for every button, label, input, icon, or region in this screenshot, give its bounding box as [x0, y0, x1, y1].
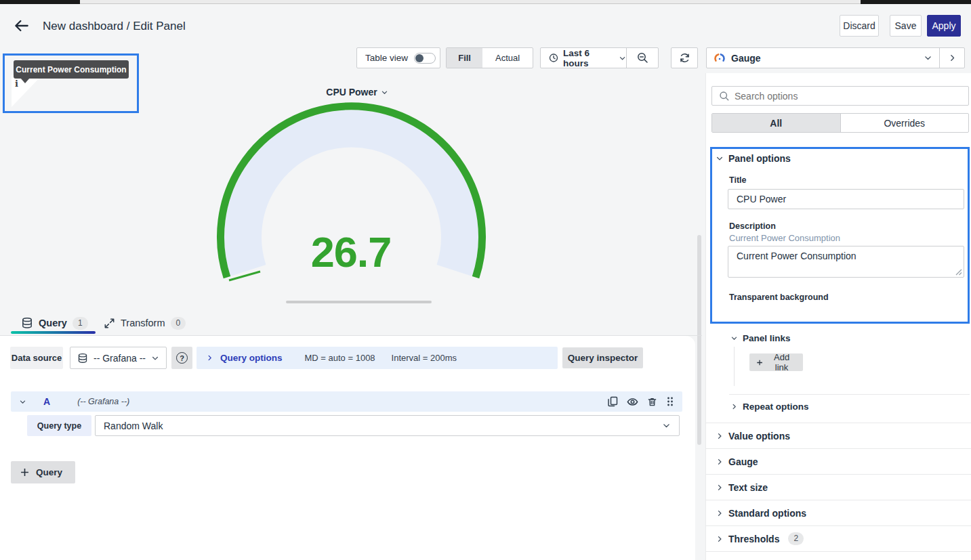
visualization-picker: Gauge [706, 47, 965, 68]
category-label: Thresholds [728, 534, 779, 544]
database-icon [77, 353, 88, 364]
chevron-right-icon [716, 509, 724, 517]
tab-query[interactable]: Query 1 [21, 314, 88, 332]
category-value-options[interactable]: Value options [705, 423, 971, 449]
chevron-down-icon [19, 398, 26, 406]
datasource-help-button[interactable]: ? [171, 347, 192, 369]
toggle-knob [415, 54, 423, 62]
category-label: Value options [728, 431, 790, 441]
viz-picker-dropdown[interactable]: Gauge [707, 48, 939, 68]
max-data-points: MD = auto = 1008 [305, 353, 375, 363]
chevron-right-icon [716, 458, 724, 466]
breadcrumb: New dashboard / Edit Panel [43, 20, 186, 33]
panel-links-guide-line [734, 347, 735, 386]
query-editor-card [0, 336, 695, 560]
tab-all[interactable]: All [712, 114, 840, 132]
query-options-bar[interactable]: Query options MD = auto = 1008 Interval … [197, 347, 558, 369]
add-query-button[interactable]: Query [11, 461, 75, 483]
chevron-right-icon [948, 53, 957, 62]
database-icon [21, 317, 33, 329]
query-type-label-chip: Query type [27, 415, 91, 436]
table-view-label: Table view [365, 53, 408, 63]
thresholds-count-badge: 2 [788, 532, 804, 545]
chevron-right-icon [716, 535, 724, 543]
datasource-value: -- Grafana -- [94, 353, 146, 364]
tab-overrides[interactable]: Overrides [841, 114, 969, 132]
chevron-down-icon [662, 421, 671, 430]
table-view-control: Table view [356, 47, 440, 68]
panel-options-header[interactable]: Panel options [716, 153, 791, 164]
transform-tab-label: Transform [121, 318, 165, 328]
resize-handle-icon[interactable] [955, 269, 962, 276]
category-text-size[interactable]: Text size [705, 475, 971, 500]
delete-query-trash-icon[interactable] [647, 397, 657, 407]
panel-title-menu[interactable]: CPU Power [289, 85, 425, 99]
clock-icon [549, 53, 558, 63]
actual-option[interactable]: Actual [482, 48, 533, 68]
panel-title-input[interactable] [728, 189, 964, 209]
time-range-picker[interactable]: Last 6 hours [541, 48, 626, 68]
transform-icon [104, 318, 115, 329]
query-inspector-button[interactable]: Query inspector [562, 347, 643, 368]
query-type-select[interactable]: Random Walk [95, 415, 680, 436]
search-input[interactable] [735, 91, 938, 102]
description-tooltip: Current Power Consumption [14, 60, 129, 79]
hide-query-eye-icon[interactable] [627, 396, 638, 408]
category-label: Text size [728, 482, 768, 493]
panel-options-title: Panel options [728, 153, 791, 164]
discard-button[interactable]: Discard [840, 15, 879, 37]
query-row-datasource: (-- Grafana --) [77, 397, 129, 406]
gauge-scrollbar[interactable] [286, 301, 432, 303]
query-row-header[interactable]: A (-- Grafana --) [11, 391, 682, 412]
time-picker-group: Last 6 hours [540, 47, 659, 68]
panel-links-header[interactable]: Panel links [730, 333, 791, 343]
description-field-label: Description [729, 221, 776, 231]
interval: Interval = 200ms [392, 353, 457, 363]
back-button[interactable] [11, 15, 33, 37]
datasource-label-chip: Data source [10, 347, 63, 369]
transparent-background-label: Transparent background [729, 293, 829, 302]
active-tab-underline [11, 331, 96, 334]
chevron-right-icon [716, 483, 724, 492]
info-icon[interactable]: i [15, 79, 18, 89]
fill-actual-segmented: Fill Actual [446, 47, 533, 68]
zoom-out-time-button[interactable] [627, 48, 658, 68]
category-gauge[interactable]: Gauge [705, 449, 971, 475]
options-filter-tabs: All Overrides [711, 113, 969, 133]
chevron-right-icon [206, 354, 213, 362]
description-value: Current Power Consumption [737, 251, 856, 261]
category-label: Standard options [728, 508, 806, 519]
chevron-down-icon [730, 335, 738, 342]
apply-button[interactable]: Apply [927, 15, 961, 37]
query-tab-label: Query [39, 318, 67, 328]
arrow-left-icon [13, 17, 30, 35]
category-thresholds[interactable]: Thresholds 2 [705, 526, 971, 552]
save-button[interactable]: Save [890, 15, 922, 37]
scrollbar-thumb[interactable] [697, 235, 701, 445]
browser-tab-strip [80, 0, 861, 4]
chevron-down-icon [924, 53, 932, 62]
chevron-down-icon [381, 89, 388, 96]
zoom-out-icon [637, 52, 648, 64]
tab-transform[interactable]: Transform 0 [104, 314, 186, 332]
panel-description-textarea[interactable]: Current Power Consumption [728, 246, 964, 278]
chevron-right-icon [716, 432, 724, 440]
options-search[interactable] [711, 86, 969, 106]
collapse-options-pane-button[interactable] [940, 48, 964, 68]
add-link-label: Add link [767, 352, 796, 372]
tooltip-arrow [20, 78, 30, 83]
chevron-down-icon [619, 54, 626, 62]
category-standard-options[interactable]: Standard options [705, 500, 971, 526]
duplicate-icon[interactable] [607, 396, 618, 407]
chevron-down-icon [151, 354, 159, 362]
search-icon [719, 91, 729, 101]
panel-title: CPU Power [326, 87, 377, 98]
add-link-button[interactable]: Add link [749, 353, 803, 371]
drag-handle-icon[interactable] [666, 396, 674, 407]
fill-option[interactable]: Fill [447, 48, 482, 68]
question-icon: ? [176, 352, 188, 364]
table-view-toggle[interactable] [414, 53, 436, 64]
refresh-button[interactable] [671, 47, 698, 68]
datasource-picker[interactable]: -- Grafana -- [70, 347, 167, 369]
repeat-options-header[interactable]: Repeat options [730, 402, 809, 412]
